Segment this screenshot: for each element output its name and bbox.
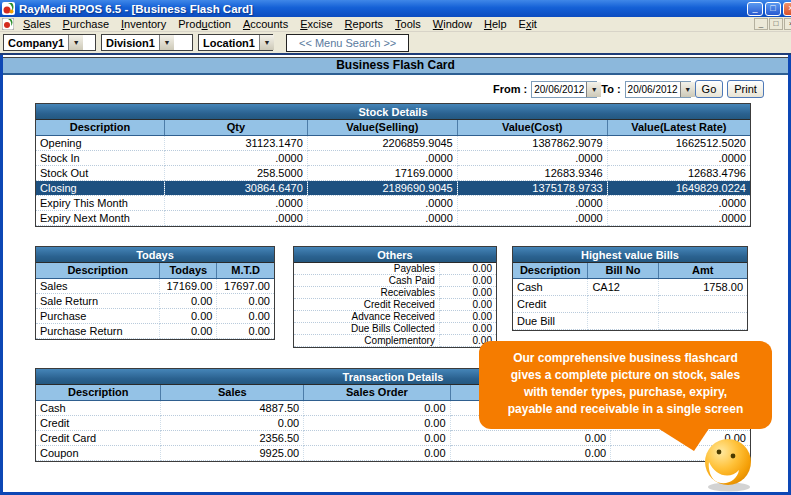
restore-window-icon[interactable]: □	[765, 2, 781, 16]
todays-row[interactable]: Sales17169.0017697.00	[36, 278, 274, 293]
menu-purchase[interactable]: Purchase	[57, 18, 115, 30]
callout-line: payable and receivable in a single scree…	[479, 401, 772, 418]
menu-items: SalesPurchaseInventoryProductionAccounts…	[17, 18, 543, 30]
page-title: Business Flash Card	[3, 57, 788, 75]
from-date-select[interactable]: 20/06/2012 ▼	[531, 81, 597, 98]
smiley-icon	[702, 436, 756, 492]
menu-exit[interactable]: Exit	[513, 18, 543, 30]
todays-row[interactable]: Sale Return0.000.00	[36, 293, 274, 308]
cell: 2356.50	[161, 430, 304, 445]
cell: Due Bills Collected	[294, 323, 439, 335]
company-select[interactable]: Company1 ▼	[3, 34, 96, 51]
transaction-row[interactable]: Credit Card2356.500.000.000.00	[36, 430, 750, 445]
transaction-row[interactable]: Coupon9925.000.000.000.00	[36, 445, 750, 460]
to-date-select[interactable]: 20/06/2012 ▼	[625, 81, 691, 98]
cell: Opening	[36, 135, 165, 150]
menu-production[interactable]: Production	[172, 18, 237, 30]
cell: 258.5000	[165, 165, 308, 180]
cell: .0000	[457, 195, 607, 210]
print-button[interactable]: Print	[727, 80, 764, 98]
menu-sales[interactable]: Sales	[17, 18, 57, 30]
menu-excise[interactable]: Excise	[294, 18, 338, 30]
location-select[interactable]: Location1 ▼	[198, 34, 273, 51]
todays-row[interactable]: Purchase Return0.000.00	[36, 323, 274, 338]
col-todays: Todays	[160, 263, 217, 278]
chevron-down-icon[interactable]: ▼	[586, 82, 601, 97]
toolbar: Company1 ▼ Division1 ▼ Location1 ▼ << Me…	[0, 32, 791, 53]
others-panel: Others Payables0.00Cash Paid0.00Receivab…	[293, 246, 497, 348]
close-window-icon[interactable]: ×	[783, 2, 791, 16]
cell: Credit Received	[294, 299, 439, 311]
callout-line: with tender types, purchase, expiry,	[479, 384, 772, 401]
stock-details-title: Stock Details	[36, 104, 750, 120]
bill-row[interactable]: Credit	[513, 295, 747, 312]
cell: 0.00	[161, 415, 304, 430]
menu-accounts[interactable]: Accounts	[237, 18, 294, 30]
window-frame-left	[0, 55, 3, 495]
cell: Expiry Next Month	[36, 210, 165, 225]
title-bar: RayMedi RPOS 6.5 - [Business Flash Card]…	[0, 0, 791, 17]
menu-tools[interactable]: Tools	[389, 18, 427, 30]
cell: 0.00	[160, 308, 217, 323]
mdi-minimize-icon[interactable]: _	[754, 18, 768, 30]
stock-row[interactable]: Stock In.0000.0000.0000.0000	[36, 150, 750, 165]
col-description: Description	[36, 120, 165, 135]
others-row[interactable]: Advance Received0.00	[294, 311, 496, 323]
stock-row[interactable]: Closing30864.64702189690.90451375178.973…	[36, 180, 750, 195]
cell: Complementory	[294, 335, 439, 347]
cell: 17169.00	[160, 278, 217, 293]
app-logo-icon	[2, 2, 15, 15]
todays-panel: Todays Description Todays M.T.D Sales171…	[35, 246, 275, 340]
stock-row[interactable]: Opening31123.14702206859.90451387862.907…	[36, 135, 750, 150]
chevron-down-icon[interactable]: ▼	[259, 35, 274, 50]
mdi-restore-icon[interactable]: □	[769, 18, 783, 30]
stock-details-table: Description Qty Value(Selling) Value(Cos…	[36, 120, 750, 226]
stock-details-panel: Stock Details Description Qty Value(Sell…	[35, 103, 751, 227]
cell: Purchase Return	[36, 323, 160, 338]
cell: .0000	[607, 150, 750, 165]
todays-row[interactable]: Purchase0.000.00	[36, 308, 274, 323]
others-row[interactable]: Due Bills Collected0.00	[294, 323, 496, 335]
mdi-close-icon[interactable]: ×	[784, 18, 791, 30]
cell: 0.00	[439, 311, 496, 323]
col-mtd: M.T.D	[217, 263, 274, 278]
company-value: Company1	[4, 37, 68, 49]
others-title: Others	[294, 247, 496, 263]
others-row[interactable]: Payables0.00	[294, 263, 496, 275]
cell: 0.00	[160, 293, 217, 308]
menu-help[interactable]: Help	[478, 18, 513, 30]
col-value-latest: Value(Latest Rate)	[607, 120, 750, 135]
others-row[interactable]: Cash Paid0.00	[294, 275, 496, 287]
cell: 0.00	[304, 430, 450, 445]
stock-row[interactable]: Stock Out258.500017169.000012683.9346126…	[36, 165, 750, 180]
chevron-down-icon[interactable]: ▼	[68, 35, 83, 50]
cell: Credit Card	[36, 430, 161, 445]
others-row[interactable]: Credit Received0.00	[294, 299, 496, 311]
col-sales-order: Sales Order	[304, 385, 450, 400]
cell: 4887.50	[161, 400, 304, 415]
highest-header-row: Description Bill No Amt	[513, 263, 747, 278]
others-row[interactable]: Complementory0.00	[294, 335, 496, 347]
chevron-down-icon[interactable]: ▼	[159, 35, 174, 50]
cell: 0.00	[439, 287, 496, 299]
stock-header-row: Description Qty Value(Selling) Value(Cos…	[36, 120, 750, 135]
menu-window[interactable]: Window	[427, 18, 478, 30]
bill-row[interactable]: CashCA121758.00	[513, 278, 747, 295]
bill-row[interactable]: Due Bill	[513, 312, 747, 329]
cell: Coupon	[36, 445, 161, 460]
others-row[interactable]: Receivables0.00	[294, 287, 496, 299]
division-select[interactable]: Division1 ▼	[101, 34, 193, 51]
minimize-window-icon[interactable]: _	[747, 2, 763, 16]
menu-reports[interactable]: Reports	[339, 18, 390, 30]
cell: Cash	[36, 400, 161, 415]
menu-inventory[interactable]: Inventory	[115, 18, 172, 30]
stock-row[interactable]: Expiry Next Month.0000.0000.0000.0000	[36, 210, 750, 225]
go-button[interactable]: Go	[695, 80, 724, 98]
from-date-value: 20/06/2012	[532, 84, 586, 95]
cell: 1649829.0224	[607, 180, 750, 195]
menu-search-button[interactable]: << Menu Search >>	[286, 34, 409, 52]
stock-row[interactable]: Expiry This Month.0000.0000.0000.0000	[36, 195, 750, 210]
cell: Expiry This Month	[36, 195, 165, 210]
cell: 0.00	[217, 293, 274, 308]
chevron-down-icon[interactable]: ▼	[680, 82, 695, 97]
